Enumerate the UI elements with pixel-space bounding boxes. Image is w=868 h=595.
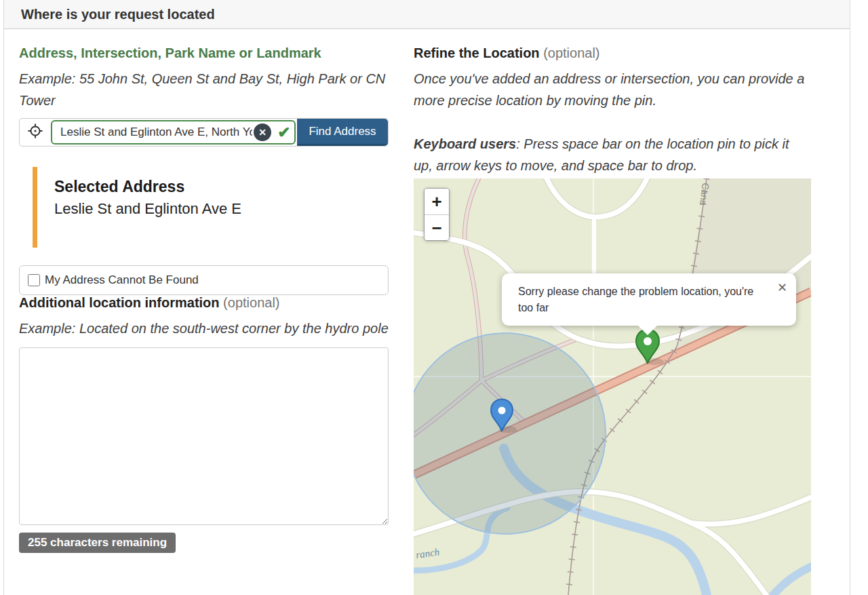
additional-example-text: Example: Located on the south-west corne… <box>19 318 389 339</box>
valid-check-icon: ✔ <box>274 123 294 142</box>
selected-address-callout: Selected Address Leslie St and Eglinton … <box>33 167 389 248</box>
selected-address-value: Leslie St and Eglinton Ave E <box>54 200 389 218</box>
map-popup-tail <box>637 324 658 335</box>
additional-info-textarea[interactable] <box>19 347 389 525</box>
map-canvas[interactable]: Cana ranch on <box>414 178 811 595</box>
popup-close-icon[interactable]: ✕ <box>777 279 787 297</box>
refine-column: Refine the Location (optional) Once you'… <box>414 45 811 595</box>
accuracy-circle <box>414 333 606 534</box>
address-input-row: ✕ ✔ Find Address <box>19 118 389 147</box>
address-column: Address, Intersection, Park Name or Land… <box>19 45 389 553</box>
refine-intro-text: Once you've added an address or intersec… <box>414 68 811 111</box>
map-warning-popup: Sorry please change the problem location… <box>502 273 796 326</box>
keyboard-users-label: Keyboard users <box>414 136 516 151</box>
additional-optional-tag: (optional) <box>223 295 279 310</box>
zoom-out-button[interactable]: − <box>425 214 449 240</box>
crosshair-icon <box>27 123 43 142</box>
locate-cell[interactable] <box>20 119 51 146</box>
address-input[interactable] <box>52 126 252 139</box>
keyboard-users-note: Keyboard users: Press space bar on the l… <box>414 133 811 176</box>
refine-optional-tag: (optional) <box>543 45 599 60</box>
characters-remaining-badge: 255 characters remaining <box>19 533 176 553</box>
find-address-button[interactable]: Find Address <box>297 119 388 146</box>
clear-input-icon[interactable]: ✕ <box>254 123 271 141</box>
request-location-panel: Where is your request located Address, I… <box>3 0 850 595</box>
panel-header: Where is your request located <box>4 0 850 29</box>
address-heading: Address, Intersection, Park Name or Land… <box>19 45 389 61</box>
address-example-text: Example: 55 John St, Queen St and Bay St… <box>19 68 389 111</box>
address-not-found-label[interactable]: My Address Cannot Be Found <box>45 273 199 287</box>
page-title: Where is your request located <box>21 7 215 22</box>
address-input-wrap: ✕ ✔ <box>51 120 296 145</box>
zoom-in-button[interactable]: + <box>425 189 449 214</box>
map-warning-text: Sorry please change the problem location… <box>518 286 753 313</box>
selected-address-heading: Selected Address <box>54 178 389 196</box>
additional-info-heading: Additional location information (optiona… <box>19 295 389 311</box>
location-map[interactable]: Cana ranch on <box>414 178 811 595</box>
address-not-found-checkbox[interactable] <box>28 274 40 286</box>
map-zoom-control: + − <box>424 188 450 241</box>
address-not-found-row[interactable]: My Address Cannot Be Found <box>19 265 389 295</box>
refine-heading: Refine the Location (optional) <box>414 45 811 61</box>
